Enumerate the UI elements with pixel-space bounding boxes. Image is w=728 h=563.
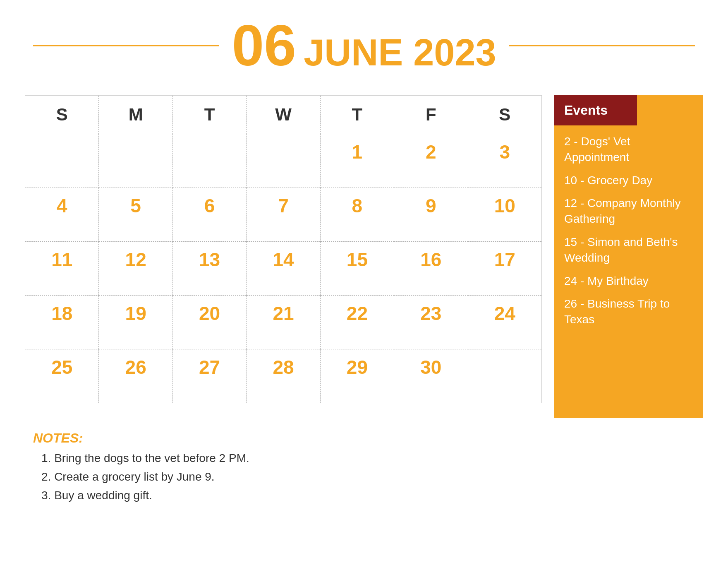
notes-section: NOTES: 1. Bring the dogs to the vet befo… [0, 418, 728, 519]
header-line-right [509, 45, 695, 46]
event-item: 26 - Business Trip to Texas [564, 296, 693, 327]
weekday-header: T [320, 96, 394, 134]
header-line-left [33, 45, 219, 46]
calendar-day[interactable]: 16 [394, 242, 468, 296]
page-header: 06 JUNE 2023 [0, 0, 728, 83]
calendar-day[interactable]: 1 [320, 134, 394, 188]
event-item: 24 - My Birthday [564, 273, 693, 289]
calendar-day[interactable]: 28 [247, 349, 320, 403]
calendar-week-row: 123 [25, 134, 542, 188]
calendar-body: 1234567891011121314151617181920212223242… [25, 134, 542, 403]
weekday-header: W [247, 96, 320, 134]
calendar-day[interactable]: 10 [468, 188, 541, 242]
event-item: 10 - Grocery Day [564, 173, 693, 188]
calendar-day[interactable]: 17 [468, 242, 541, 296]
events-list: 2 - Dogs' Vet Appointment10 - Grocery Da… [554, 125, 703, 343]
calendar-day[interactable]: 18 [25, 296, 99, 349]
weekday-header: M [99, 96, 172, 134]
events-header-label: Events [554, 95, 637, 125]
calendar-day [468, 349, 541, 403]
weekday-header: T [172, 96, 246, 134]
calendar-header: SMTWTFS [25, 96, 542, 134]
calendar-day[interactable]: 5 [99, 188, 172, 242]
calendar-day[interactable]: 21 [247, 296, 320, 349]
calendar-day[interactable]: 26 [99, 349, 172, 403]
weekday-header: F [394, 96, 468, 134]
calendar-day [247, 134, 320, 188]
calendar-day [99, 134, 172, 188]
calendar-day[interactable]: 25 [25, 349, 99, 403]
calendar-day[interactable]: 15 [320, 242, 394, 296]
calendar-day[interactable]: 9 [394, 188, 468, 242]
events-sidebar: Events 2 - Dogs' Vet Appointment10 - Gro… [554, 95, 703, 418]
note-item: 2. Create a grocery list by June 9. [41, 469, 695, 485]
calendar-week-row: 252627282930 [25, 349, 542, 403]
event-item: 2 - Dogs' Vet Appointment [564, 134, 693, 165]
note-item: 1. Bring the dogs to the vet before 2 PM… [41, 450, 695, 466]
calendar-week-row: 45678910 [25, 188, 542, 242]
calendar-day[interactable]: 24 [468, 296, 541, 349]
calendar-day[interactable]: 23 [394, 296, 468, 349]
calendar-day[interactable]: 14 [247, 242, 320, 296]
weekday-row: SMTWTFS [25, 96, 542, 134]
notes-label: NOTES: [33, 431, 695, 446]
calendar-day[interactable]: 6 [172, 188, 246, 242]
weekday-header: S [468, 96, 541, 134]
calendar-day[interactable]: 4 [25, 188, 99, 242]
header-title: 06 JUNE 2023 [232, 17, 496, 75]
calendar-day[interactable]: 22 [320, 296, 394, 349]
calendar-day[interactable]: 29 [320, 349, 394, 403]
header-month-year: JUNE 2023 [304, 34, 496, 71]
calendar-day [25, 134, 99, 188]
calendar-wrapper: SMTWTFS 12345678910111213141516171819202… [25, 95, 542, 418]
event-item: 12 - Company Monthly Gathering [564, 195, 693, 227]
calendar-day[interactable]: 11 [25, 242, 99, 296]
calendar-table: SMTWTFS 12345678910111213141516171819202… [25, 95, 542, 403]
notes-list: 1. Bring the dogs to the vet before 2 PM… [33, 450, 695, 504]
calendar-day[interactable]: 8 [320, 188, 394, 242]
calendar-week-row: 18192021222324 [25, 296, 542, 349]
weekday-header: S [25, 96, 99, 134]
calendar-day[interactable]: 13 [172, 242, 246, 296]
calendar-day[interactable]: 3 [468, 134, 541, 188]
calendar-day[interactable]: 27 [172, 349, 246, 403]
calendar-week-row: 11121314151617 [25, 242, 542, 296]
main-content: SMTWTFS 12345678910111213141516171819202… [0, 83, 728, 418]
calendar-day[interactable]: 2 [394, 134, 468, 188]
note-item: 3. Buy a wedding gift. [41, 487, 695, 503]
event-item: 15 - Simon and Beth's Wedding [564, 234, 693, 266]
calendar-day[interactable]: 19 [99, 296, 172, 349]
calendar-day[interactable]: 12 [99, 242, 172, 296]
header-day: 06 [232, 17, 296, 75]
calendar-day[interactable]: 30 [394, 349, 468, 403]
calendar-day[interactable]: 7 [247, 188, 320, 242]
calendar-day [172, 134, 246, 188]
calendar-day[interactable]: 20 [172, 296, 246, 349]
